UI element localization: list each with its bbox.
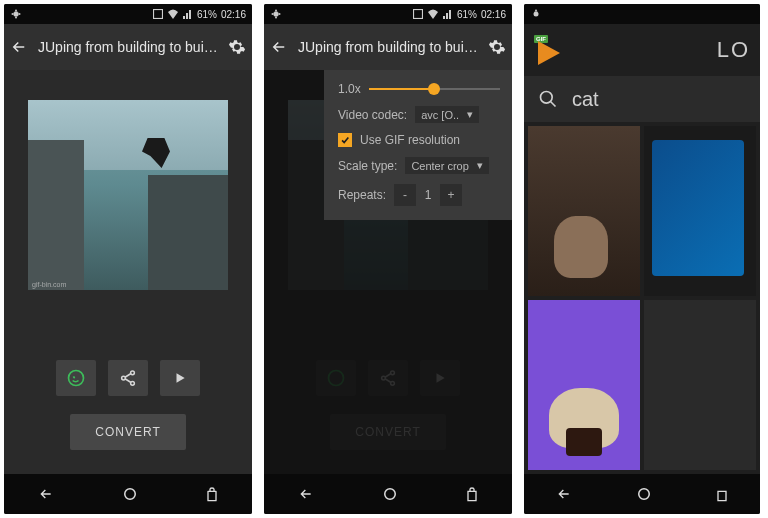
action-row bbox=[316, 360, 460, 396]
svg-point-0 bbox=[14, 12, 19, 17]
status-bar bbox=[524, 4, 760, 24]
scale-dropdown[interactable]: Center crop ▾ bbox=[405, 157, 489, 174]
os-logo-icon bbox=[530, 8, 542, 20]
svg-rect-11 bbox=[413, 10, 422, 19]
wifi-icon bbox=[427, 9, 439, 19]
svg-rect-13 bbox=[446, 13, 448, 19]
gif-preview[interactable]: gif-bin.com bbox=[28, 100, 228, 290]
signal-icon bbox=[183, 9, 193, 19]
slider-thumb-icon[interactable] bbox=[428, 83, 440, 95]
gif-res-row[interactable]: Use GIF resolution bbox=[338, 133, 500, 147]
action-row bbox=[56, 360, 200, 396]
codec-dropdown[interactable]: avc [O.. ▾ bbox=[415, 106, 479, 123]
svg-point-22 bbox=[639, 489, 650, 500]
nav-home-icon[interactable] bbox=[635, 485, 653, 503]
wifi-icon bbox=[167, 9, 179, 19]
nav-bar bbox=[264, 474, 512, 514]
phone-screen-3: GIF LO cat bbox=[524, 4, 760, 514]
play-button bbox=[420, 360, 460, 396]
nav-recents-icon[interactable] bbox=[204, 486, 220, 502]
search-bar[interactable]: cat bbox=[524, 76, 760, 122]
play-button[interactable] bbox=[160, 360, 200, 396]
share-button[interactable] bbox=[108, 360, 148, 396]
page-title: JUping from building to buil… bbox=[38, 39, 218, 55]
os-logo-icon bbox=[270, 8, 282, 20]
square-icon bbox=[153, 9, 163, 19]
scale-label: Scale type: bbox=[338, 159, 397, 173]
clock: 02:16 bbox=[221, 9, 246, 20]
scale-value: Center crop bbox=[411, 160, 468, 172]
phone-screen-1: 61% 02:16 JUping from building to buil… … bbox=[4, 4, 252, 514]
phone-screen-2: 61% 02:16 JUping from building to buil… … bbox=[264, 4, 512, 514]
svg-rect-1 bbox=[153, 10, 162, 19]
nav-recents-icon[interactable] bbox=[714, 486, 730, 502]
gear-icon[interactable] bbox=[228, 38, 246, 56]
os-logo-icon bbox=[10, 8, 22, 20]
svg-point-9 bbox=[125, 489, 136, 500]
svg-point-5 bbox=[69, 371, 84, 386]
svg-rect-4 bbox=[189, 10, 191, 19]
back-icon[interactable] bbox=[10, 38, 28, 56]
result-thumb[interactable] bbox=[528, 126, 640, 296]
brand-title: LO bbox=[717, 37, 750, 63]
speed-slider[interactable] bbox=[369, 88, 500, 90]
signal-icon bbox=[443, 9, 453, 19]
battery-pct: 61% bbox=[457, 9, 477, 20]
codec-row: Video codec: avc [O.. ▾ bbox=[338, 106, 500, 123]
svg-rect-2 bbox=[183, 16, 185, 19]
repeats-minus-button[interactable]: - bbox=[394, 184, 416, 206]
codec-label: Video codec: bbox=[338, 108, 407, 122]
content-area: gif-bin.com CONVERT bbox=[4, 70, 252, 474]
settings-panel: 1.0x Video codec: avc [O.. ▾ Use GIF res… bbox=[324, 70, 512, 220]
svg-point-10 bbox=[274, 12, 279, 17]
brand-bar: GIF LO bbox=[524, 24, 760, 76]
nav-home-icon[interactable] bbox=[381, 485, 399, 503]
nav-recents-icon[interactable] bbox=[464, 486, 480, 502]
whatsapp-button[interactable] bbox=[56, 360, 96, 396]
svg-rect-12 bbox=[443, 16, 445, 19]
codec-value: avc [O.. bbox=[421, 109, 459, 121]
status-bar: 61% 02:16 bbox=[4, 4, 252, 24]
share-button bbox=[368, 360, 408, 396]
repeats-plus-button[interactable]: + bbox=[440, 184, 462, 206]
result-thumb[interactable] bbox=[644, 300, 756, 470]
result-thumb[interactable] bbox=[528, 300, 640, 470]
svg-point-20 bbox=[534, 12, 539, 17]
nav-back-icon[interactable] bbox=[36, 486, 56, 502]
nav-back-icon[interactable] bbox=[554, 486, 574, 502]
square-icon bbox=[413, 9, 423, 19]
svg-point-15 bbox=[329, 371, 344, 386]
svg-point-21 bbox=[541, 92, 553, 104]
speed-row: 1.0x bbox=[338, 82, 500, 96]
nav-bar bbox=[4, 474, 252, 514]
result-thumb[interactable] bbox=[644, 126, 756, 296]
results-grid bbox=[524, 122, 760, 474]
gear-icon[interactable] bbox=[488, 38, 506, 56]
play-icon bbox=[538, 41, 560, 65]
gif-watermark: gif-bin.com bbox=[32, 281, 66, 288]
status-bar: 61% 02:16 bbox=[264, 4, 512, 24]
svg-rect-14 bbox=[449, 10, 451, 19]
nav-home-icon[interactable] bbox=[121, 485, 139, 503]
page-title: JUping from building to buil… bbox=[298, 39, 478, 55]
chevron-down-icon: ▾ bbox=[477, 159, 483, 172]
repeats-stepper: - 1 + bbox=[394, 184, 462, 206]
gif-res-label: Use GIF resolution bbox=[360, 133, 460, 147]
repeats-value: 1 bbox=[416, 188, 440, 202]
repeats-label: Repeats: bbox=[338, 188, 386, 202]
app-bar: JUping from building to buil… bbox=[264, 24, 512, 70]
chevron-down-icon: ▾ bbox=[467, 108, 473, 121]
back-icon[interactable] bbox=[270, 38, 288, 56]
search-input[interactable]: cat bbox=[572, 88, 599, 111]
repeats-row: Repeats: - 1 + bbox=[338, 184, 500, 206]
battery-pct: 61% bbox=[197, 9, 217, 20]
speed-value: 1.0x bbox=[338, 82, 361, 96]
app-logo-icon: GIF bbox=[534, 35, 564, 65]
clock: 02:16 bbox=[481, 9, 506, 20]
svg-rect-3 bbox=[186, 13, 188, 19]
nav-back-icon[interactable] bbox=[296, 486, 316, 502]
gif-res-checkbox[interactable] bbox=[338, 133, 352, 147]
convert-button[interactable]: CONVERT bbox=[70, 414, 186, 450]
convert-button: CONVERT bbox=[330, 414, 446, 450]
search-icon[interactable] bbox=[538, 89, 558, 109]
